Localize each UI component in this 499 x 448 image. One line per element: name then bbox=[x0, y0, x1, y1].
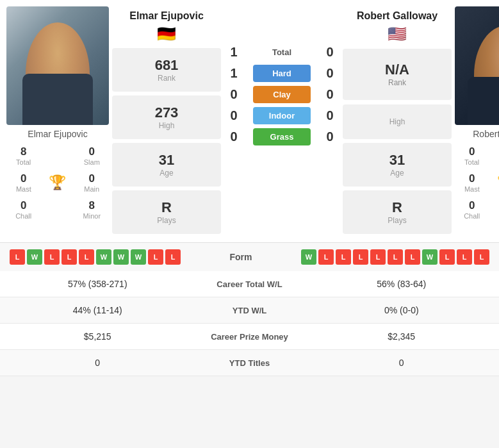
right-total-stat: 0 Total bbox=[455, 143, 489, 169]
grass-button[interactable]: Grass bbox=[253, 128, 311, 145]
stats-center-label: Career Prize Money bbox=[186, 332, 314, 342]
left-slam-stat: 0 Slam bbox=[75, 143, 109, 169]
indoor-left-score: 0 bbox=[224, 108, 243, 123]
right-flag: 🇺🇸 bbox=[388, 25, 407, 43]
right-plays-panel: R Plays bbox=[343, 190, 452, 234]
left-total-stat: 8 Total bbox=[6, 143, 40, 169]
right-stats-grid: 0 Total 0 Slam bbox=[455, 143, 499, 169]
form-pill: L bbox=[370, 249, 386, 265]
stats-row: $5,215Career Prize Money$2,345 bbox=[0, 324, 499, 350]
form-pill: L bbox=[10, 249, 25, 265]
stats-center-label: YTD Titles bbox=[186, 358, 314, 368]
indoor-row: 0 Indoor 0 bbox=[224, 107, 339, 124]
hard-right-score: 0 bbox=[320, 66, 339, 81]
form-pill: W bbox=[301, 249, 316, 265]
grass-right-score: 0 bbox=[320, 129, 339, 144]
center-surfaces-col: 1 Total 0 1 Hard 0 0 Clay 0 0 Indoor 0 bbox=[224, 6, 339, 149]
right-high-panel: High bbox=[343, 104, 452, 139]
left-player-col: Elmar Ejupovic 8 Total 0 Slam 0 Mast 🏆 bbox=[6, 6, 109, 222]
form-pill: L bbox=[457, 249, 472, 265]
left-player-name: Elmar Ejupovic bbox=[28, 129, 87, 139]
clay-left-score: 0 bbox=[224, 87, 243, 102]
left-stats-grid: 8 Total 0 Slam bbox=[6, 143, 109, 169]
stats-right-value: 56% (83-64) bbox=[314, 279, 490, 289]
right-player-photo bbox=[455, 6, 499, 125]
stats-right-value: 0 bbox=[314, 358, 490, 368]
left-high-panel: 273 High bbox=[112, 95, 221, 139]
stats-center-label: Career Total W/L bbox=[186, 279, 314, 289]
left-chall-stat: 0 Chall bbox=[6, 197, 40, 222]
stats-row: 44% (11-14)YTD W/L0% (0-0) bbox=[0, 297, 499, 324]
total-row: 1 Total 0 bbox=[224, 45, 339, 60]
right-chall-stat: 0 Chall bbox=[455, 197, 489, 222]
clay-button[interactable]: Clay bbox=[253, 86, 311, 103]
stats-left-value: 44% (11-14) bbox=[10, 305, 186, 315]
stats-table: 57% (358-271)Career Total W/L56% (83-64)… bbox=[0, 271, 499, 376]
left-age-panel: 31 Age bbox=[112, 143, 221, 187]
right-rank-panel: N/A Rank bbox=[343, 49, 452, 100]
hard-left-score: 1 bbox=[224, 66, 243, 81]
form-pill: L bbox=[388, 249, 403, 265]
left-trophy-row: 0 Mast 🏆 0 Main bbox=[6, 170, 109, 195]
left-rank-panel: 681 Rank bbox=[112, 48, 221, 92]
stats-right-value: 0% (0-0) bbox=[314, 305, 490, 315]
total-label: Total bbox=[272, 47, 291, 57]
form-pill: L bbox=[439, 249, 455, 265]
stats-left-value: 0 bbox=[10, 358, 186, 368]
left-trophy-icon: 🏆 bbox=[49, 174, 66, 191]
right-player-col: Robert Galloway 0 Total 0 Slam 0 Mast 🏆 bbox=[455, 6, 499, 222]
right-player-name: Robert Galloway bbox=[473, 129, 499, 139]
stats-left-value: $5,215 bbox=[10, 331, 186, 342]
left-player-photo bbox=[6, 6, 109, 125]
grass-left-score: 0 bbox=[224, 129, 243, 144]
form-pill: L bbox=[61, 249, 77, 265]
main-container: Elmar Ejupovic 8 Total 0 Slam 0 Mast 🏆 bbox=[0, 0, 499, 376]
right-mast-stat: 0 Mast bbox=[463, 170, 481, 195]
right-name-center: Robert Galloway bbox=[357, 10, 438, 22]
hard-row: 1 Hard 0 bbox=[224, 65, 339, 82]
form-pill: W bbox=[422, 249, 438, 265]
total-right-score: 0 bbox=[320, 45, 339, 60]
left-main-stat: 0 Main bbox=[83, 170, 101, 195]
left-flag: 🇩🇪 bbox=[157, 25, 176, 43]
form-label: Form bbox=[230, 252, 252, 262]
total-left-score: 1 bbox=[224, 45, 243, 60]
stats-row: 57% (358-271)Career Total W/L56% (83-64) bbox=[0, 271, 499, 297]
left-name-center: Elmar Ejupovic bbox=[129, 10, 204, 22]
form-pill: W bbox=[113, 249, 129, 265]
stats-center-label: YTD W/L bbox=[186, 306, 314, 315]
right-middle-panel: Robert Galloway 🇺🇸 N/A Rank High 31 Age … bbox=[343, 6, 452, 236]
right-trophy-row: 0 Mast 🏆 0 Main bbox=[455, 170, 499, 195]
form-pill: W bbox=[131, 249, 146, 265]
stats-left-value: 57% (358-271) bbox=[10, 279, 186, 289]
left-mast-stat: 0 Mast bbox=[15, 170, 33, 195]
form-pill: W bbox=[96, 249, 111, 265]
form-pill: W bbox=[27, 249, 42, 265]
left-middle-panel: Elmar Ejupovic 🇩🇪 681 Rank 273 High 31 A… bbox=[112, 6, 221, 236]
form-pill: L bbox=[148, 249, 163, 265]
form-pill: L bbox=[79, 249, 94, 265]
form-pill: L bbox=[353, 249, 368, 265]
left-plays-panel: R Plays bbox=[112, 190, 221, 234]
form-pill: L bbox=[405, 249, 420, 265]
form-section: LWLLLWWWLL Form WLLLLLLWLLL bbox=[0, 242, 499, 271]
left-minor-stat: 8 Minor bbox=[75, 197, 109, 222]
player-comparison: Elmar Ejupovic 8 Total 0 Slam 0 Mast 🏆 bbox=[0, 0, 499, 242]
stats-right-value: $2,345 bbox=[314, 331, 490, 342]
clay-row: 0 Clay 0 bbox=[224, 86, 339, 103]
right-bottom-stats: 0 Chall 0 Minor bbox=[455, 197, 499, 222]
right-age-panel: 31 Age bbox=[343, 143, 452, 187]
form-pill: L bbox=[318, 249, 334, 265]
indoor-right-score: 0 bbox=[320, 108, 339, 123]
left-form-pills: LWLLLWWWLL bbox=[10, 249, 181, 265]
form-pill: L bbox=[336, 249, 351, 265]
hard-button[interactable]: Hard bbox=[253, 65, 311, 82]
indoor-button[interactable]: Indoor bbox=[253, 107, 311, 124]
right-form-pills: WLLLLLLWLLL bbox=[301, 249, 489, 265]
stats-row: 0YTD Titles0 bbox=[0, 350, 499, 376]
clay-right-score: 0 bbox=[320, 87, 339, 102]
form-pill: L bbox=[474, 249, 489, 265]
form-pill: L bbox=[165, 249, 181, 265]
left-bottom-stats: 0 Chall 8 Minor bbox=[6, 197, 109, 222]
grass-row: 0 Grass 0 bbox=[224, 128, 339, 145]
